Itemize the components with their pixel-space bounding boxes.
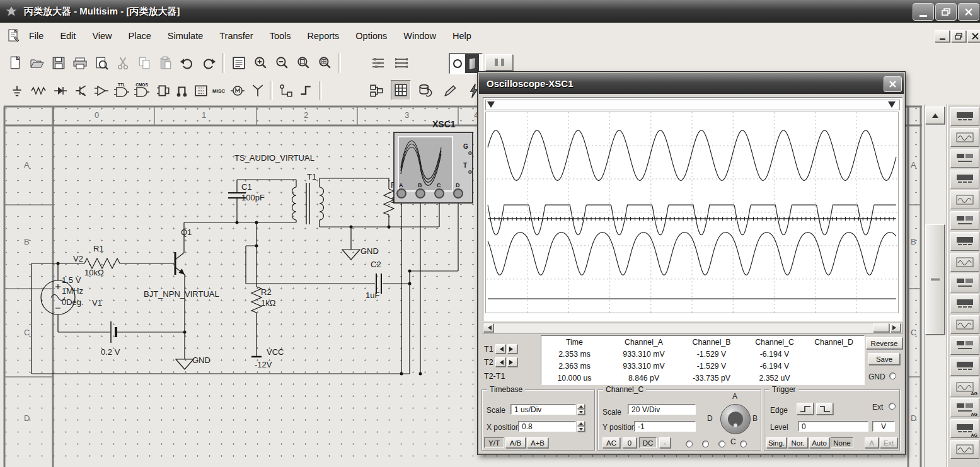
t1-right-button[interactable] [507, 344, 517, 354]
menu-reports[interactable]: Reports [308, 31, 340, 41]
r1-ref-label[interactable]: R1 [93, 245, 104, 253]
minimize-button[interactable] [913, 3, 934, 21]
scroll-up-button[interactable] [925, 107, 945, 124]
distortion-analyzer-icon[interactable] [950, 336, 979, 355]
oscilloscope-icon[interactable] [950, 170, 979, 188]
channel-scale-input[interactable]: 20 V/Div [628, 404, 696, 415]
trigger-level-input[interactable]: 0 [798, 421, 868, 432]
zoom-in-icon[interactable] [251, 54, 270, 72]
channel-select-dial[interactable] [720, 404, 751, 434]
v2-phase-label[interactable]: 0Deg. [62, 298, 84, 306]
new-icon[interactable] [6, 54, 25, 72]
four-channel-oscilloscope-icon[interactable] [950, 190, 979, 209]
vertical-scrollbar[interactable] [924, 105, 946, 467]
q1-model-label[interactable]: BJT_NPN_VIRTUAL [144, 290, 219, 298]
trigger-none-button[interactable]: None [831, 437, 853, 448]
trigger-nor-button[interactable]: Nor. [788, 437, 808, 448]
channel-a-radio[interactable] [686, 441, 693, 447]
timebase-scale-input[interactable]: 1 us/Div [510, 404, 576, 415]
zoom-area-icon[interactable] [294, 54, 313, 72]
falling-edge-button[interactable] [816, 403, 833, 415]
dc-coupling-button[interactable]: DC [639, 437, 657, 448]
ac-coupling-button[interactable]: AC [602, 437, 620, 448]
basic-components-icon[interactable] [29, 81, 48, 100]
trigger-auto-button[interactable]: Auto [809, 437, 829, 448]
channel-b-radio[interactable] [702, 441, 709, 447]
ttl-components-icon[interactable]: TTL [112, 80, 131, 99]
menu-view[interactable]: View [92, 31, 112, 41]
oscilloscope-window[interactable]: Oscilloscope-XSC1 T1 T2 T2-T1 Time Chann [477, 71, 906, 455]
undo-icon[interactable] [178, 54, 197, 72]
channel-c-radio[interactable] [718, 441, 725, 447]
iv-analyzer-icon[interactable] [950, 315, 979, 334]
logic-converter-icon[interactable] [950, 294, 979, 313]
v1-value-label[interactable]: 0.2 V [101, 348, 120, 356]
misc-components-icon[interactable]: MISC [209, 81, 228, 100]
c2-ref-label[interactable]: C2 [371, 260, 381, 268]
component-list-icon[interactable] [392, 54, 411, 72]
mdi-close-button[interactable] [967, 30, 980, 42]
mdi-restore-button[interactable] [951, 30, 966, 42]
in-use-list-icon[interactable] [369, 54, 388, 72]
edit-symbol-icon[interactable] [441, 81, 460, 100]
cut-icon[interactable] [113, 54, 132, 72]
r2-value-label[interactable]: 1kΩ [261, 299, 275, 307]
gnd-radio[interactable] [889, 372, 896, 379]
reports-icon[interactable] [229, 54, 248, 72]
channel-ypos-input[interactable]: -1 [634, 421, 696, 432]
indicator-components-icon[interactable] [192, 81, 210, 100]
xsc1-label[interactable]: XSC1 [432, 120, 456, 129]
word-generator-icon[interactable] [950, 253, 979, 272]
zoom-full-icon[interactable] [315, 54, 334, 72]
logic-analyzer-icon[interactable] [950, 274, 979, 292]
spreadsheet-view-icon[interactable] [391, 80, 411, 100]
diode-components-icon[interactable] [51, 81, 70, 100]
gnd2-label[interactable]: GND [360, 247, 379, 255]
c2-value-label[interactable]: 1uF [366, 291, 379, 299]
menu-edit[interactable]: Edit [60, 31, 76, 41]
r2-ref-label[interactable]: R2 [261, 288, 272, 296]
mixed-components-icon[interactable] [173, 81, 192, 100]
spectrum-analyzer-icon[interactable] [950, 357, 979, 376]
paste-icon[interactable] [156, 54, 175, 72]
r1-value-label[interactable]: 10kΩ [84, 268, 104, 277]
q1-ref-label[interactable]: Q1 [181, 228, 192, 236]
trigger-source-ext-button[interactable]: Ext [880, 437, 897, 448]
agilent-oscilloscope-icon[interactable] [950, 440, 979, 459]
yt-mode-button[interactable]: Y/T [484, 437, 504, 448]
pause-button[interactable] [485, 54, 513, 71]
frequency-counter-icon[interactable] [950, 232, 979, 251]
oscilloscope-close-button[interactable] [884, 76, 902, 92]
transistor-components-icon[interactable] [72, 81, 91, 100]
transformer-model-label[interactable]: TS_AUDIO_VIRTUAL [234, 154, 314, 162]
menu-tools[interactable]: Tools [270, 31, 291, 41]
redo-icon[interactable] [199, 54, 218, 72]
t2-left-button[interactable] [495, 357, 505, 367]
c1-ref-label[interactable]: C1 [241, 183, 252, 191]
menu-transfer[interactable]: Transfer [219, 31, 253, 41]
function-generator-icon[interactable] [950, 128, 979, 147]
c1-value-label[interactable]: 100pF [241, 193, 265, 202]
cursor-t1-marker[interactable] [487, 101, 495, 108]
zoom-out-icon[interactable] [272, 54, 291, 72]
electromechanical-components-icon[interactable] [228, 81, 247, 100]
timebase-xpos-input[interactable]: 0.8 [518, 421, 576, 432]
scrollbar-thumb[interactable] [925, 224, 945, 335]
a-plus-b-mode-button[interactable]: A+B [527, 437, 548, 448]
mdi-minimize-button[interactable] [935, 30, 950, 42]
print-icon[interactable] [71, 54, 89, 72]
menu-place[interactable]: Place [129, 31, 151, 41]
agilent-multimeter-icon[interactable]: AG [950, 419, 979, 438]
v2-ref-label[interactable]: V2 [73, 255, 83, 263]
reverse-button[interactable]: Reverse [866, 337, 902, 349]
scope-scroll-thumb[interactable] [873, 323, 889, 332]
save-button[interactable]: Save [868, 353, 900, 365]
restore-button[interactable] [935, 3, 957, 21]
close-button[interactable] [958, 3, 979, 21]
trigger-source-a-button[interactable]: A [865, 437, 879, 448]
menu-window[interactable]: Window [403, 31, 436, 41]
timebase-scale-spinner[interactable] [577, 404, 585, 415]
copy-icon[interactable] [135, 54, 154, 72]
open-icon[interactable] [28, 54, 47, 72]
channel-d-radio[interactable] [740, 441, 747, 447]
